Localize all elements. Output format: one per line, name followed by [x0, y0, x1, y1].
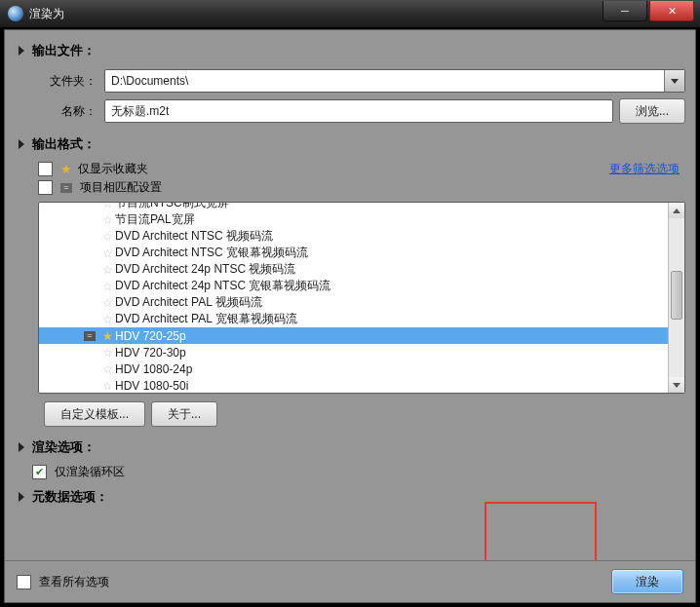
list-item[interactable]: ☆HDV 720-30p: [39, 344, 669, 360]
list-item-label: DVD Architect 24p NTSC 宽银幕视频码流: [115, 278, 331, 294]
list-item[interactable]: ☆节目流PAL宽屏: [39, 211, 669, 228]
star-icon: ★: [101, 329, 113, 343]
list-item[interactable]: ★HDV 720-25p: [39, 327, 669, 344]
section-metadata-options[interactable]: 元数据选项：: [15, 482, 685, 512]
minimize-icon: ─: [621, 5, 629, 17]
more-filters-link[interactable]: 更多筛选选项: [609, 161, 680, 177]
format-list-scroll[interactable]: ☆节目流NTSC制式宽屏☆节目流PAL宽屏☆DVD Architect NTSC…: [39, 203, 669, 393]
list-item[interactable]: ☆DVD Architect 24p NTSC 宽银幕视频码流: [39, 278, 669, 294]
dropdown-icon[interactable]: [664, 70, 684, 92]
list-item-label: 节目流NTSC制式宽屏: [115, 203, 229, 211]
list-item-label: 节目流PAL宽屏: [115, 211, 195, 228]
dialog-body: 输出文件： 文件夹： D:\Documents\ 名称： 无标题.m2t 浏览.…: [4, 29, 696, 603]
list-item[interactable]: ☆DVD Architect PAL 宽银幕视频码流: [39, 311, 669, 327]
section-output-format-label: 输出格式：: [32, 135, 96, 153]
show-all-checkbox[interactable]: [17, 575, 31, 589]
list-item[interactable]: ☆DVD Architect PAL 视频码流: [39, 294, 669, 311]
about-button[interactable]: 关于...: [151, 401, 217, 427]
match-project-label: 项目相匹配设置: [80, 179, 162, 196]
close-button[interactable]: ✕: [649, 1, 694, 21]
browse-button[interactable]: 浏览...: [619, 98, 685, 124]
star-icon: ☆: [101, 263, 113, 277]
section-output-file-label: 输出文件：: [32, 42, 96, 59]
list-item-label: HDV 720-30p: [115, 346, 186, 360]
section-output-file[interactable]: 输出文件：: [15, 36, 685, 65]
section-output-format[interactable]: 输出格式：: [15, 130, 685, 159]
star-icon: ☆: [101, 280, 113, 293]
titlebar: 渲染为 ─ ✕: [0, 0, 700, 28]
format-list: ☆节目流NTSC制式宽屏☆节目流PAL宽屏☆DVD Architect NTSC…: [38, 202, 685, 394]
scroll-thumb[interactable]: [671, 271, 682, 320]
star-icon: ☆: [101, 247, 113, 260]
star-icon: ★: [60, 163, 72, 175]
loop-only-checkbox[interactable]: [32, 465, 47, 479]
app-icon: [8, 6, 23, 21]
list-item-label: DVD Architect PAL 视频码流: [115, 294, 262, 311]
match-icon: [84, 331, 96, 341]
name-label: 名称：: [38, 103, 97, 120]
fav-only-label: 仅显示收藏夹: [78, 161, 148, 177]
list-item-label: DVD Architect PAL 宽银幕视频码流: [115, 311, 297, 327]
chevron-right-icon: [19, 492, 24, 502]
match-icon: [60, 183, 72, 193]
section-metadata-options-label: 元数据选项：: [32, 488, 108, 506]
list-item-label: HDV 720-25p: [115, 329, 186, 343]
list-item-label: DVD Architect 24p NTSC 视频码流: [115, 261, 295, 278]
name-input[interactable]: 无标题.m2t: [104, 99, 613, 123]
folder-value: D:\Documents\: [111, 74, 188, 88]
list-item[interactable]: ☆HDV 1080-24p: [39, 360, 669, 377]
custom-template-button[interactable]: 自定义模板...: [44, 401, 145, 427]
star-icon: ☆: [101, 346, 113, 360]
footer: 查看所有选项 渲染: [5, 560, 695, 602]
star-icon: ☆: [101, 362, 113, 376]
list-item-label: DVD Architect NTSC 视频码流: [115, 228, 273, 245]
scroll-up-icon[interactable]: [669, 203, 684, 218]
name-value: 无标题.m2t: [111, 103, 169, 120]
list-item[interactable]: ☆DVD Architect NTSC 视频码流: [39, 228, 669, 245]
minimize-button[interactable]: ─: [603, 1, 647, 21]
loop-only-label: 仅渲染循环区: [55, 464, 125, 480]
folder-combo[interactable]: D:\Documents\: [104, 69, 685, 93]
show-all-label: 查看所有选项: [39, 574, 109, 590]
match-project-checkbox[interactable]: [38, 180, 53, 195]
section-render-options[interactable]: 渲染选项：: [15, 433, 685, 462]
list-item-label: HDV 1080-24p: [115, 362, 192, 376]
close-icon: ✕: [668, 5, 677, 18]
list-item[interactable]: ☆HDV 1080-50i: [39, 377, 669, 393]
chevron-right-icon: [19, 46, 24, 56]
fav-only-checkbox[interactable]: [38, 162, 53, 176]
chevron-right-icon: [19, 139, 24, 149]
chevron-right-icon: [19, 442, 24, 452]
list-item-label: DVD Architect NTSC 宽银幕视频码流: [115, 245, 308, 261]
folder-label: 文件夹：: [38, 73, 97, 90]
window-controls: ─ ✕: [601, 1, 694, 20]
window-title: 渲染为: [29, 6, 601, 22]
section-render-options-label: 渲染选项：: [32, 438, 96, 456]
star-icon: ☆: [101, 230, 113, 244]
scroll-down-icon[interactable]: [669, 377, 684, 393]
scrollbar[interactable]: [668, 203, 684, 393]
star-icon: ☆: [101, 379, 113, 393]
star-icon: ☆: [101, 296, 113, 310]
list-item-label: HDV 1080-50i: [115, 379, 188, 393]
star-icon: ☆: [101, 213, 113, 227]
list-item[interactable]: ☆DVD Architect NTSC 宽银幕视频码流: [39, 245, 669, 261]
star-icon: ☆: [101, 203, 113, 210]
list-item[interactable]: ☆DVD Architect 24p NTSC 视频码流: [39, 261, 669, 278]
list-item[interactable]: ☆节目流NTSC制式宽屏: [39, 203, 669, 211]
render-button[interactable]: 渲染: [611, 569, 683, 594]
star-icon: ☆: [101, 313, 113, 326]
